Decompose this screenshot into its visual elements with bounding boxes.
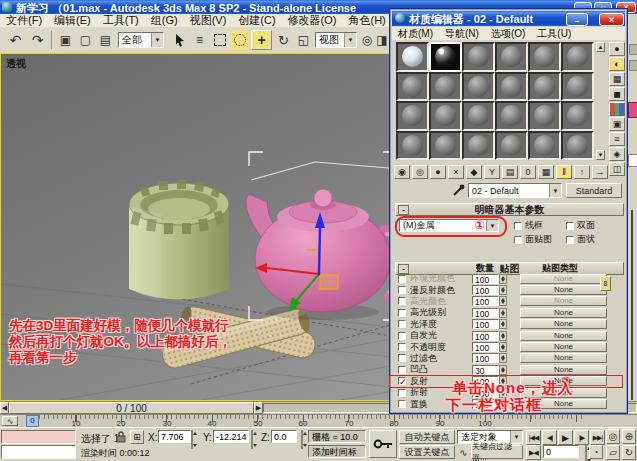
go-to-start-icon[interactable]: |◀◀	[526, 430, 541, 445]
spinner[interactable]	[499, 331, 507, 341]
map-checkbox[interactable]	[398, 332, 406, 340]
pick-material-eyedropper-icon[interactable]	[452, 184, 465, 197]
panel-dropdown-part[interactable]	[628, 154, 637, 167]
map-amount-field[interactable]: 100	[472, 274, 499, 284]
material-name-dropdown[interactable]: 02 - Default ▼	[468, 183, 562, 198]
reset-map-icon[interactable]: ×	[448, 165, 464, 179]
map-none-button[interactable]: None	[520, 308, 607, 318]
sample-slot-active[interactable]	[396, 42, 429, 72]
material-id-channel-icon[interactable]: 0	[520, 165, 536, 179]
pan-icon[interactable]: ▱	[606, 445, 620, 460]
sample-slot[interactable]	[429, 72, 462, 102]
map-none-button[interactable]: None	[520, 285, 607, 295]
sample-slot[interactable]	[561, 131, 594, 161]
cup-cylinder[interactable]	[129, 180, 229, 301]
spinner[interactable]	[499, 308, 507, 318]
spinner[interactable]	[301, 430, 303, 449]
zoom-icon[interactable]: ◎	[606, 429, 620, 444]
use-center-icon[interactable]: ◎	[359, 30, 375, 50]
sample-slot[interactable]	[561, 72, 594, 102]
map-amount-field[interactable]: 100	[472, 296, 499, 306]
select-and-link-icon[interactable]: ▣	[56, 30, 75, 50]
mirror-icon[interactable]: ◨	[375, 30, 389, 50]
x-coordinate-field[interactable]: 7.706	[158, 430, 191, 443]
menu-modifiers[interactable]: 修改器(O)	[282, 13, 343, 28]
material-editor-title-bar[interactable]: 材质编辑器 - 02 - Default – ✕	[392, 11, 625, 26]
sample-slot[interactable]	[429, 101, 462, 131]
get-material-icon[interactable]: ◉	[394, 165, 410, 179]
chevron-down-icon[interactable]: ▼	[344, 33, 356, 47]
menu-tools[interactable]: 工具(T)	[97, 13, 145, 28]
time-slider-next-icon[interactable]: ▶	[254, 402, 263, 414]
redo-icon[interactable]: ↷	[27, 30, 48, 50]
mini-curve-editor-icon[interactable]: ∿	[2, 416, 18, 426]
sample-slot[interactable]	[396, 72, 429, 102]
undo-icon[interactable]: ↶	[5, 30, 26, 50]
spinner[interactable]	[499, 365, 507, 375]
map-checkbox[interactable]	[398, 275, 406, 283]
zoom-extents-icon[interactable]: ⊕	[622, 429, 636, 444]
show-map-in-viewport-icon[interactable]: ▦	[538, 165, 554, 179]
sample-slot[interactable]	[462, 131, 495, 161]
me-menu-utilities[interactable]: 工具(U)	[531, 27, 577, 41]
close-icon[interactable]: ✕	[599, 13, 624, 26]
slot-scroll-down[interactable]: ▼	[596, 150, 605, 160]
collapse-icon[interactable]: -	[398, 205, 409, 215]
sample-slot[interactable]	[528, 72, 561, 102]
sample-slot[interactable]	[495, 101, 528, 131]
map-none-button[interactable]: None	[520, 353, 607, 363]
play-icon[interactable]: ▶	[558, 430, 573, 445]
map-checkbox[interactable]	[398, 343, 406, 351]
sample-slot[interactable]	[495, 42, 528, 72]
shader-basic-params-rollout[interactable]: - 明暗器基本参数	[395, 203, 624, 216]
wireframe-checkbox[interactable]: 线框	[514, 219, 543, 232]
video-color-check-icon[interactable]	[609, 102, 625, 116]
select-and-scale-icon[interactable]: ◱	[294, 30, 313, 50]
put-material-to-scene-icon[interactable]: ◎	[412, 165, 428, 179]
map-amount-field[interactable]: 100	[472, 342, 499, 352]
select-by-material-icon[interactable]: ◈	[609, 147, 625, 161]
select-and-rotate-icon[interactable]: ↻	[274, 30, 293, 50]
menu-group[interactable]: 组(G)	[145, 13, 184, 28]
current-frame-field[interactable]: 0	[543, 445, 579, 458]
put-to-library-icon[interactable]: ▤	[502, 165, 518, 179]
sample-type-icon[interactable]: ●	[609, 42, 625, 56]
map-none-button[interactable]: None	[520, 342, 607, 352]
panel-icon[interactable]	[629, 44, 637, 55]
map-none-button[interactable]: None	[520, 296, 607, 306]
panel-icon[interactable]	[629, 60, 637, 71]
key-filters-button[interactable]: 关键点过滤器...	[471, 445, 523, 459]
go-to-end-icon[interactable]: ▶▶|	[590, 430, 605, 445]
sample-slot[interactable]	[561, 42, 594, 72]
options-icon[interactable]: ≡	[609, 132, 625, 146]
object-color-swatch[interactable]	[628, 102, 637, 118]
spinner[interactable]	[191, 430, 193, 449]
map-none-button[interactable]: None	[520, 274, 607, 284]
two-sided-checkbox[interactable]: 双面	[566, 219, 595, 232]
sample-slot[interactable]	[396, 101, 429, 131]
map-amount-field[interactable]: 100	[472, 331, 499, 341]
absolute-mode-toggle[interactable]: ⊞	[130, 430, 144, 444]
z-coordinate-field[interactable]: 0.0	[271, 430, 297, 443]
slot-scroll-up[interactable]: ▲	[596, 42, 605, 52]
map-checkbox[interactable]	[398, 309, 406, 317]
make-preview-icon[interactable]: ▣	[609, 117, 625, 131]
window-crossing-icon[interactable]	[230, 30, 249, 50]
bind-to-spacewarp-icon[interactable]: ▤	[96, 30, 115, 50]
spinner[interactable]	[499, 319, 507, 329]
rect-selection-region-icon[interactable]	[210, 30, 229, 50]
face-map-checkbox[interactable]: 面贴图	[514, 233, 552, 246]
sample-uv-tiling-icon[interactable]: ◼	[609, 87, 625, 101]
track-bar[interactable]: ∿ 0 10 20 30 40 50 60 70 80 90 100	[0, 414, 637, 427]
sample-slot[interactable]	[528, 42, 561, 72]
spinner[interactable]	[499, 274, 507, 284]
y-coordinate-field[interactable]: -12.214	[213, 430, 249, 443]
chevron-down-icon[interactable]: ▼	[151, 33, 163, 47]
add-time-tag[interactable]: 添加时间标记	[308, 445, 366, 458]
time-configuration-icon[interactable]: ◔	[589, 445, 603, 459]
sample-slot-selected[interactable]	[429, 42, 462, 72]
map-none-button[interactable]: None	[520, 331, 607, 341]
background-icon[interactable]: ▦	[609, 72, 625, 86]
map-amount-field[interactable]: 100	[472, 308, 499, 318]
arc-rotate-icon[interactable]: ↻	[622, 445, 636, 460]
